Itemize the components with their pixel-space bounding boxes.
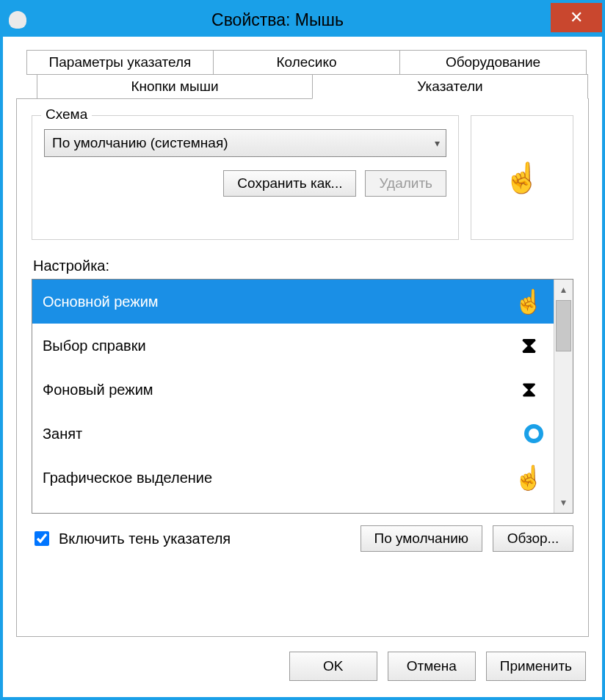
hand-cursor-icon: ☝️	[514, 464, 543, 492]
scroll-thumb[interactable]	[556, 300, 571, 351]
mouse-icon	[9, 11, 26, 29]
busy-ring-icon	[524, 424, 543, 443]
titlebar: Свойства: Мышь ✕	[3, 3, 602, 37]
scheme-combo[interactable]: По умолчанию (системная) ▾	[44, 129, 446, 157]
shadow-label: Включить тень указателя	[59, 531, 231, 547]
tab-buttons[interactable]: Кнопки мыши	[37, 74, 313, 99]
cursor-item-label: Графическое выделение	[43, 470, 212, 486]
tab-panel-pointers: Схема По умолчанию (системная) ▾ Сохрани…	[16, 98, 589, 637]
close-button[interactable]: ✕	[551, 3, 602, 32]
cursor-list-item[interactable]: Фоновый режим⧗	[32, 368, 554, 412]
hourglass-icon: ⧗	[514, 333, 543, 359]
mouse-properties-window: Свойства: Мышь ✕ Параметры указателя Кол…	[0, 0, 605, 700]
shadow-checkbox-wrap[interactable]: Включить тень указателя	[32, 529, 231, 548]
ok-button[interactable]: OK	[289, 652, 377, 681]
cursor-list-container: Основной режим☝️Выбор справки⧗Фоновый ре…	[32, 279, 573, 514]
chevron-down-icon: ▾	[435, 137, 440, 149]
cursor-list-item[interactable]: Основной режим☝️	[32, 280, 554, 324]
dialog-buttons: OK Отмена Применить	[3, 637, 602, 697]
close-icon: ✕	[570, 8, 583, 27]
cursor-list-item[interactable]: Графическое выделение☝️	[32, 456, 554, 500]
defaults-button[interactable]: По умолчанию	[361, 525, 483, 552]
scroll-up-icon[interactable]: ▲	[554, 280, 573, 300]
customize-label: Настройка:	[33, 258, 573, 274]
scheme-legend: Схема	[41, 106, 92, 123]
tab-wheel[interactable]: Колесико	[213, 50, 400, 75]
scheme-group: Схема По умолчанию (системная) ▾ Сохрани…	[32, 115, 459, 240]
delete-button: Удалить	[365, 170, 446, 197]
tab-hardware[interactable]: Оборудование	[399, 50, 587, 75]
scroll-track[interactable]	[554, 300, 573, 492]
client-area: Параметры указателя Колесико Оборудовани…	[3, 37, 602, 637]
cursor-list-item[interactable]: Выбор справки⧗	[32, 324, 554, 368]
scrollbar[interactable]: ▲ ▼	[554, 280, 573, 513]
cursor-list-item[interactable]: Занят	[32, 412, 554, 456]
cursor-item-label: Выбор справки	[43, 338, 146, 354]
cursor-item-label: Занят	[43, 426, 82, 442]
shadow-checkbox[interactable]	[35, 531, 49, 546]
hourglass-icon: ⧗	[514, 377, 543, 403]
cursor-preview: ☝️	[471, 115, 573, 240]
save-as-button[interactable]: Сохранить как...	[223, 170, 356, 197]
hand-cursor-icon: ☝️	[504, 163, 540, 192]
browse-button[interactable]: Обзор...	[493, 525, 573, 552]
tab-pointer-options[interactable]: Параметры указателя	[26, 50, 214, 75]
window-title: Свойства: Мышь	[4, 10, 551, 30]
hand-cursor-icon: ☝️	[514, 288, 543, 316]
scheme-selected: По умолчанию (системная)	[52, 135, 228, 151]
cursor-item-label: Основной режим	[43, 294, 159, 310]
cancel-button[interactable]: Отмена	[388, 652, 476, 681]
cursor-item-label: Фоновый режим	[43, 382, 153, 398]
tab-pointers[interactable]: Указатели	[312, 74, 588, 99]
apply-button[interactable]: Применить	[486, 652, 586, 681]
cursor-listbox[interactable]: Основной режим☝️Выбор справки⧗Фоновый ре…	[32, 280, 554, 513]
scroll-down-icon[interactable]: ▼	[554, 492, 573, 513]
tab-strip: Параметры указателя Колесико Оборудовани…	[16, 50, 589, 99]
